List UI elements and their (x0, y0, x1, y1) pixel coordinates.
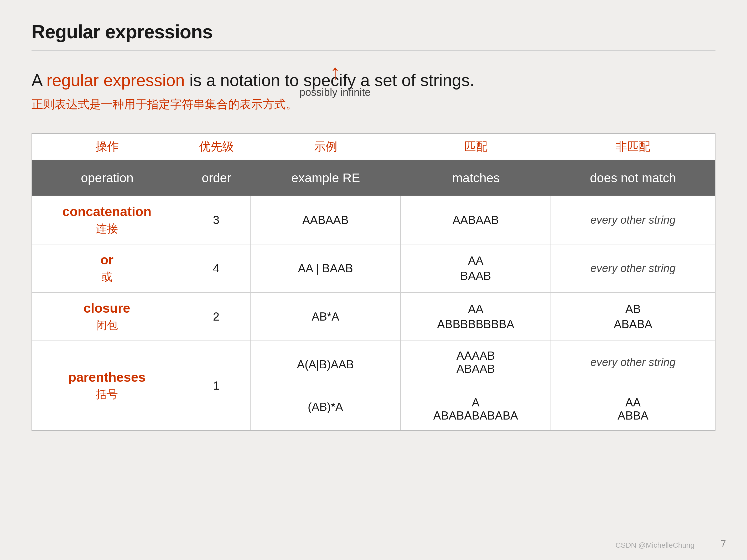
op-or-bold: or (100, 252, 113, 268)
main-header-operation: operation (32, 160, 182, 195)
col-header-example: 示例 (251, 139, 401, 154)
nomatch-parens2-line2: ABBA (618, 409, 648, 422)
matches-parens2-line2: ABABABABABA (433, 409, 518, 422)
watermark: CSDN @MichelleChung (615, 541, 694, 550)
col-header-matches: 匹配 (401, 139, 551, 154)
col-headers-row: 操作 优先级 示例 匹配 非匹配 (32, 134, 715, 160)
example-parens-1: A(A|B)AAB (297, 353, 354, 376)
example-parentheses: A(A|B)AAB (AB)*A (251, 341, 401, 430)
op-parentheses-bold: parentheses (68, 370, 146, 385)
nomatch-parens2-line1: AA (625, 396, 641, 409)
main-header-row: operation order example RE matches does … (32, 160, 715, 196)
op-closure-chinese: 闭包 (96, 318, 118, 332)
col-header-operation: 操作 (32, 139, 182, 154)
op-closure: closure 闭包 (32, 293, 182, 341)
op-or: or 或 (32, 244, 182, 292)
main-header-order: order (182, 160, 251, 195)
matches-closure-line1: AA (468, 302, 484, 316)
matches-parens1-line2: ABAAB (457, 362, 495, 375)
main-header-example: example RE (251, 160, 401, 195)
nomatch-italic: every other string (590, 214, 675, 226)
nomatch-parentheses: every other string AA ABBA (551, 341, 715, 430)
nomatch-or-italic: every other string (590, 262, 675, 275)
matches-parentheses: AAAAB ABAAB A ABABABABABA (401, 341, 551, 430)
annotation-arrow: ↑ (330, 62, 340, 83)
col-header-nomatch: 非匹配 (551, 139, 715, 154)
matches-concatenation: AABAAB (401, 196, 551, 244)
main-header-matches: matches (401, 160, 551, 195)
example-parens-2: (AB)*A (308, 395, 343, 419)
intro-text: A regular expression is a notation to sp… (31, 70, 716, 91)
table-row-parentheses: parentheses 括号 1 A(A|B)AAB (AB)*A AAAAB … (32, 341, 715, 430)
example-or: AA | BAAB (251, 244, 401, 292)
intro-prefix: A (31, 71, 47, 90)
table-row-closure: closure 闭包 2 AB*A AA ABBBBBBBBA AB ABABA (32, 293, 715, 341)
op-or-chinese: 或 (101, 270, 112, 284)
op-chinese-label: 连接 (96, 221, 118, 236)
nomatch-closure: AB ABABA (551, 293, 715, 341)
example-concatenation: AABAAB (251, 196, 401, 244)
matches-closure: AA ABBBBBBBBA (401, 293, 551, 341)
example-closure: AB*A (251, 293, 401, 341)
nomatch-or: every other string (551, 244, 715, 292)
matches-parens1-line1: AAAAB (457, 349, 495, 362)
slide-title: Regular expressions (31, 21, 716, 43)
title-divider (31, 50, 716, 51)
matches-or-line1: AA (468, 254, 484, 267)
main-header-nomatch: does not match (551, 160, 715, 195)
page-number: 7 (721, 538, 726, 550)
order-or: 4 (182, 244, 251, 292)
table-container: 操作 优先级 示例 匹配 非匹配 operation order example… (31, 133, 716, 431)
slide: Regular expressions A regular expression… (0, 0, 747, 560)
possibly-infinite-annotation: ↑ possibly infinite (300, 62, 370, 99)
matches-closure-line2: ABBBBBBBBA (437, 318, 514, 331)
op-parentheses: parentheses 括号 (32, 341, 182, 430)
op-concatenation: concatenation 连接 (32, 196, 182, 244)
intro-highlight: regular expression (47, 71, 185, 90)
intro-chinese: 正则表达式是一种用于指定字符串集合的表示方式。 (31, 97, 716, 112)
intro-section: A regular expression is a notation to sp… (31, 70, 716, 112)
order-parentheses: 1 (182, 341, 251, 430)
table-row-or: or 或 4 AA | BAAB AA BAAB every other str… (32, 244, 715, 293)
matches-parens2-line1: A (472, 396, 479, 409)
op-closure-bold: closure (83, 301, 130, 316)
nomatch-closure-line1: AB (625, 302, 641, 316)
matches-or-line2: BAAB (460, 269, 491, 283)
matches-or: AA BAAB (401, 244, 551, 292)
op-parentheses-chinese: 括号 (96, 387, 118, 402)
op-bold-label: concatenation (62, 204, 152, 219)
col-header-order: 优先级 (182, 139, 251, 154)
nomatch-parens1-italic: every other string (590, 356, 675, 369)
order-closure: 2 (182, 293, 251, 341)
nomatch-closure-line2: ABABA (614, 318, 652, 331)
annotation-text: possibly infinite (300, 85, 370, 99)
nomatch-concatenation: every other string (551, 196, 715, 244)
order-concatenation: 3 (182, 196, 251, 244)
table-row-concatenation: concatenation 连接 3 AABAAB AABAAB every o… (32, 196, 715, 244)
